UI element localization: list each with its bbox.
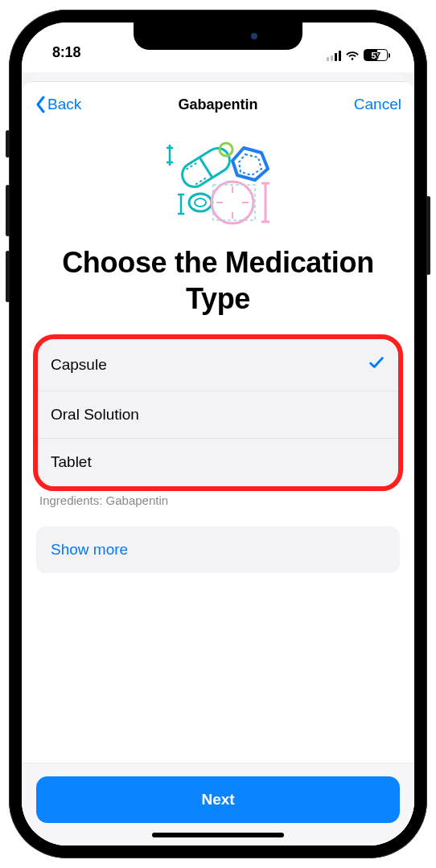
back-label: Back	[47, 96, 81, 113]
options-list-wrap: Capsule Oral Solution Tablet	[36, 339, 400, 485]
option-label: Tablet	[51, 453, 92, 471]
status-time: 8:18	[52, 44, 80, 61]
volume-down-button	[6, 251, 10, 302]
volume-up-button	[6, 185, 10, 236]
camera-dot	[251, 33, 257, 39]
svg-marker-5	[232, 148, 268, 180]
show-more-label: Show more	[51, 541, 128, 558]
status-right: 57	[327, 49, 390, 61]
modal-sheet: Back Gabapentin Cancel	[22, 82, 414, 845]
checkmark-icon	[368, 354, 385, 376]
nav-bar: Back Gabapentin Cancel	[22, 82, 414, 127]
next-button[interactable]: Next	[36, 776, 400, 823]
svg-marker-6	[239, 154, 261, 175]
screen: 8:18 57	[22, 23, 414, 845]
home-indicator[interactable]	[152, 833, 284, 837]
medication-illustration	[36, 137, 400, 227]
battery-indicator: 57	[364, 49, 390, 61]
medication-type-list: Capsule Oral Solution Tablet	[36, 339, 400, 485]
page-heading: Choose the Medication Type	[44, 244, 392, 317]
phone-frame: 8:18 57	[9, 10, 427, 858]
svg-point-8	[195, 199, 206, 207]
cancel-button[interactable]: Cancel	[329, 96, 401, 113]
battery-percent: 57	[371, 51, 380, 60]
sheet-backdrop	[22, 64, 414, 72]
option-tablet[interactable]: Tablet	[36, 438, 400, 485]
wifi-icon	[344, 50, 360, 61]
cancel-label: Cancel	[354, 96, 401, 113]
option-capsule[interactable]: Capsule	[36, 339, 400, 391]
nav-title: Gabapentin	[178, 96, 257, 113]
option-label: Capsule	[51, 356, 107, 374]
ingredients-label: Ingredients:	[39, 493, 102, 507]
ingredients-line: Ingredients: Gabapentin	[36, 493, 400, 507]
power-button	[426, 196, 430, 275]
ingredients-value: Gabapentin	[106, 493, 169, 507]
option-label: Oral Solution	[51, 406, 139, 424]
back-button[interactable]: Back	[35, 96, 107, 113]
svg-point-7	[189, 194, 212, 211]
show-more-button[interactable]: Show more	[36, 526, 400, 573]
svg-line-1	[199, 158, 212, 178]
background-sheet-hint	[31, 72, 405, 82]
option-oral-solution[interactable]: Oral Solution	[36, 391, 400, 438]
silent-switch	[6, 130, 10, 158]
content-area: Choose the Medication Type Capsule Oral …	[22, 127, 414, 763]
cell-signal-icon	[327, 50, 341, 61]
next-label: Next	[201, 791, 234, 809]
notch	[134, 23, 302, 50]
chevron-back-icon	[35, 96, 46, 113]
